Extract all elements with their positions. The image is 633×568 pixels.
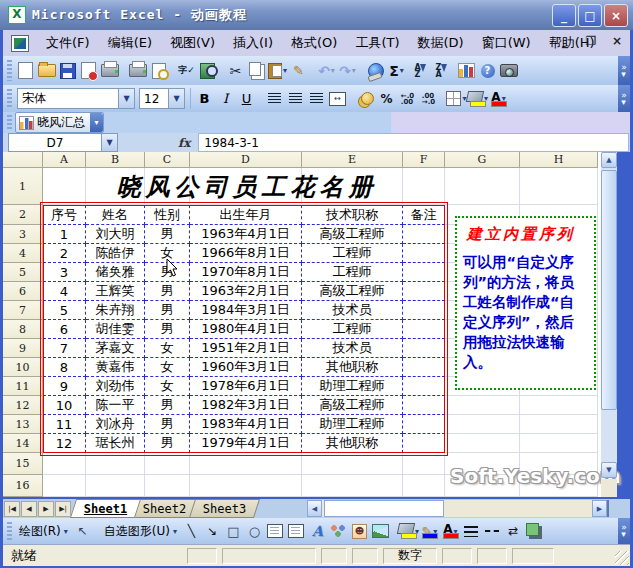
cell-C10[interactable]: 女 [145,358,190,377]
cell-C5[interactable]: 男 [145,263,190,282]
cell-D11[interactable]: 1978年6月1日 [190,377,302,396]
cell-A15[interactable] [43,453,86,475]
cell-A11[interactable]: 9 [43,377,86,396]
title-bar[interactable]: X Microsoft Excel - 动画教程 _ □ × [0,0,633,30]
permission-icon[interactable] [78,61,99,81]
column-header-A[interactable]: A [43,152,86,168]
column-header-G[interactable]: G [445,152,520,168]
shape-fill-color-icon[interactable]: ▾ [398,521,419,541]
column-header-F[interactable]: F [403,152,445,168]
email-icon[interactable] [99,61,120,81]
cell-F8[interactable] [403,320,445,339]
cell-B16[interactable] [86,475,145,497]
help-icon[interactable]: ? [477,61,498,81]
scroll-up-icon[interactable]: ▲ [601,152,617,168]
menu-tools[interactable]: 工具(T) [346,31,408,55]
row-header-7[interactable]: 7 [3,301,43,320]
cell-F6[interactable] [403,282,445,301]
toolbar-drag-handle[interactable] [7,522,12,540]
print-icon[interactable] [127,61,148,81]
cell-A9[interactable]: 7 [43,339,86,358]
line-color-icon[interactable]: ✎▾ [419,521,440,541]
column-header-H[interactable]: H [520,152,598,168]
clipart-icon[interactable]: ☻ [349,521,370,541]
merge-center-icon[interactable]: ↔ [327,89,348,109]
scroll-left-icon[interactable]: ◀ [307,500,322,517]
cell-C8[interactable]: 男 [145,320,190,339]
open-folder-icon[interactable] [36,61,57,81]
column-header-D[interactable]: D [190,152,302,168]
name-box-dropdown[interactable]: ▼ [102,133,118,152]
custom-toolbar-button[interactable]: 晓风汇总 ▾ [15,112,104,133]
cell-D16[interactable] [190,475,302,497]
cell-E15[interactable] [302,453,403,475]
cell-E10[interactable]: 其他职称 [302,358,403,377]
cell-F7[interactable] [403,301,445,320]
toolbar-drag-handle[interactable] [7,115,12,130]
cell-A6[interactable]: 4 [43,282,86,301]
cell-D9[interactable]: 1951年2月1日 [190,339,302,358]
arrow-icon[interactable]: ↘ [202,521,223,541]
cell-B13[interactable]: 刘冰舟 [86,415,145,434]
italic-button[interactable]: I [215,89,236,109]
row-header-10[interactable]: 10 [3,358,43,377]
cell-F13[interactable] [403,415,445,434]
toolbar-options-chevron[interactable]: »▾ [618,85,630,112]
horizontal-scrollbar[interactable]: ◀ ▶ [307,500,617,517]
cell-F9[interactable] [403,339,445,358]
cell-E4[interactable]: 工程师 [302,244,403,263]
font-name-combo[interactable]: 宋体 ▼ [17,88,135,109]
menu-format[interactable]: 格式(O) [282,31,346,55]
font-color-icon[interactable]: A▾ [488,89,509,109]
row-header-4[interactable]: 4 [3,244,43,263]
menu-file[interactable]: 文件(F) [37,31,99,55]
cell-C12[interactable]: 男 [145,396,190,415]
cell-D14[interactable]: 1979年4月1日 [190,434,302,453]
cell-F3[interactable] [403,225,445,244]
row-header-12[interactable]: 12 [3,396,43,415]
chevron-down-icon[interactable]: ▾ [283,66,287,75]
cell-B6[interactable]: 王辉笑 [86,282,145,301]
cell-F16[interactable] [403,475,445,497]
cell-E5[interactable]: 工程师 [302,263,403,282]
chevron-down-icon[interactable]: ▼ [118,89,134,108]
arrow-style-icon[interactable]: ⇄ [503,521,524,541]
cell-F10[interactable] [403,358,445,377]
cell-H14[interactable] [520,434,598,453]
cell-F12[interactable] [403,396,445,415]
select-objects-icon[interactable]: ↖ [72,521,93,541]
cell-F14[interactable] [403,434,445,453]
row-header-6[interactable]: 6 [3,282,43,301]
cell-B5[interactable]: 储奂雅 [86,263,145,282]
insert-picture-icon[interactable] [370,521,391,541]
cell-F4[interactable] [403,244,445,263]
cut-icon[interactable]: ✂ [225,61,246,81]
workbook-close-button[interactable]: × [609,34,625,48]
cell-G14[interactable] [445,434,520,453]
first-sheet-button[interactable]: |◀ [4,501,20,517]
close-button[interactable]: × [604,4,628,27]
toolbar-drag-handle[interactable] [7,60,12,80]
name-box[interactable]: D7 [8,133,102,152]
row-header-1[interactable]: 1 [3,168,43,205]
cell-G1[interactable] [445,168,520,205]
dash-style-icon[interactable] [482,521,503,541]
cell-B9[interactable]: 茅嘉文 [86,339,145,358]
rectangle-icon[interactable]: □ [223,521,244,541]
cell-D7[interactable]: 1984年3月1日 [190,301,302,320]
cell-B11[interactable]: 刘劲伟 [86,377,145,396]
cell-D2[interactable]: 出生年月 [190,205,302,225]
cell-E9[interactable]: 技术员 [302,339,403,358]
cell-F5[interactable] [403,263,445,282]
cell-E14[interactable]: 其他职称 [302,434,403,453]
menu-insert[interactable]: 插入(I) [224,31,282,55]
paste-icon[interactable]: ▾ [267,61,288,81]
toolbar-options-chevron[interactable]: »▾ [618,518,630,544]
cell-D8[interactable]: 1980年4月1日 [190,320,302,339]
vertical-scrollbar-thumb[interactable] [601,170,617,410]
cell-B12[interactable]: 陈一平 [86,396,145,415]
cell-C7[interactable]: 男 [145,301,190,320]
cell-C3[interactable]: 男 [145,225,190,244]
autoshapes-button[interactable]: 自选图形(U)▾ [100,521,181,542]
cell-E7[interactable]: 技术员 [302,301,403,320]
